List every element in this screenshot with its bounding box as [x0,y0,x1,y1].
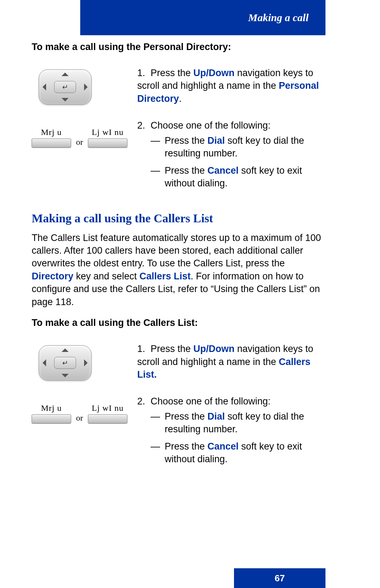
softkey-button-icon [88,414,127,423]
dial-link: Dial [208,135,225,146]
header-tab: Making a call [80,0,325,35]
section2-heading: Making a call using the Callers List [32,212,327,225]
or-text: or [76,413,83,423]
section2-step2-text: 2.Choose one of the following: Press the… [137,395,327,470]
updown-link: Up/Down [194,68,235,78]
opt1-pre: Press the [165,135,208,146]
softkey-right-unit: Lj wI nu [88,128,127,148]
dash-list: Press the Dial soft key to dial the resu… [137,410,327,466]
section1-step1-text: 1.Press the Up/Down navigation keys to s… [137,67,327,105]
section2-intro: To make a call using the Callers List: [32,317,327,328]
step-number: 1. [137,342,151,355]
step1-pre: Press the [151,343,194,354]
step2-lead: Choose one of the following: [151,120,271,131]
step-number: 2. [137,395,151,408]
navigation-pad-icon: ↵ [39,69,91,105]
section2-step1-row: ↵ 1.Press the Up/Down navigation keys to… [32,342,327,381]
softkey-graphic: Mrj u or Lj wI nu [32,395,137,423]
cancel-link: Cancel [208,165,239,176]
para-mid: key and select [74,271,140,281]
softkey-button-icon [32,414,71,423]
softkey-group: Mrj u or Lj wI nu [32,128,137,148]
right-arrow-icon [84,359,88,366]
opt2-pre: Press the [165,441,208,452]
softkey-group: Mrj u or Lj wI nu [32,403,137,423]
directory-link: Directory [32,271,74,281]
or-text: or [76,137,83,148]
para-pre: The Callers List feature automatically s… [32,233,321,269]
up-arrow-icon [62,73,69,76]
right-arrow-icon [84,83,88,91]
list-item: Press the Cancel soft key to exit withou… [151,440,327,466]
opt1-pre: Press the [165,411,208,422]
navigation-pad-icon: ↵ [39,345,91,380]
softkey-graphic: Mrj u or Lj wI nu [32,119,137,148]
list-item: Press the Cancel soft key to exit withou… [151,164,327,190]
softkey-left-label: Mrj u [32,128,71,137]
step-number: 2. [137,119,151,132]
page-number: 67 [275,573,285,584]
section2-step1-text: 1.Press the Up/Down navigation keys to s… [137,342,327,381]
section1-intro: To make a call using the Personal Direct… [32,42,327,52]
dash-list: Press the Dial soft key to dial the resu… [137,134,327,190]
nav-button-graphic: ↵ [32,342,137,380]
down-arrow-icon [62,374,69,377]
dial-link: Dial [208,411,225,422]
down-arrow-icon [62,98,69,101]
header-title: Making a call [248,12,309,24]
opt2-pre: Press the [165,165,208,176]
softkey-right-label: Lj wI nu [88,403,127,413]
footer-tab: 67 [234,568,325,588]
softkey-button-icon [32,138,71,148]
left-arrow-icon [43,83,46,91]
softkey-left-unit: Mrj u [32,403,71,423]
section1-step1-row: ↵ 1.Press the Up/Down navigation keys to… [32,67,327,105]
step1-pre: Press the [151,68,194,78]
softkey-left-unit: Mrj u [32,128,71,148]
page-content: To make a call using the Personal Direct… [32,42,327,484]
step2-lead: Choose one of the following: [151,396,271,407]
softkey-button-icon [88,138,127,148]
list-item: Press the Dial soft key to dial the resu… [151,134,327,160]
softkey-right-unit: Lj wI nu [88,403,127,423]
list-item: Press the Dial soft key to dial the resu… [151,410,327,436]
section2-paragraph: The Callers List feature automatically s… [32,231,327,309]
up-arrow-icon [62,348,69,352]
cancel-link: Cancel [208,441,239,452]
section2-step2-row: Mrj u or Lj wI nu 2.Choose one of the fo… [32,395,327,470]
step-number: 1. [137,67,151,79]
enter-key-icon: ↵ [54,357,76,369]
step1-post: . [179,93,182,104]
softkey-left-label: Mrj u [32,403,71,413]
enter-key-icon: ↵ [54,81,76,93]
section1-step2-text: 2.Choose one of the following: Press the… [137,119,327,194]
softkey-right-label: Lj wI nu [88,128,127,137]
callers-list-link: Callers List [139,271,191,281]
left-arrow-icon [43,359,46,366]
nav-button-graphic: ↵ [32,67,137,105]
updown-link: Up/Down [194,343,235,354]
section1-step2-row: Mrj u or Lj wI nu 2.Choose one of the fo… [32,119,327,194]
